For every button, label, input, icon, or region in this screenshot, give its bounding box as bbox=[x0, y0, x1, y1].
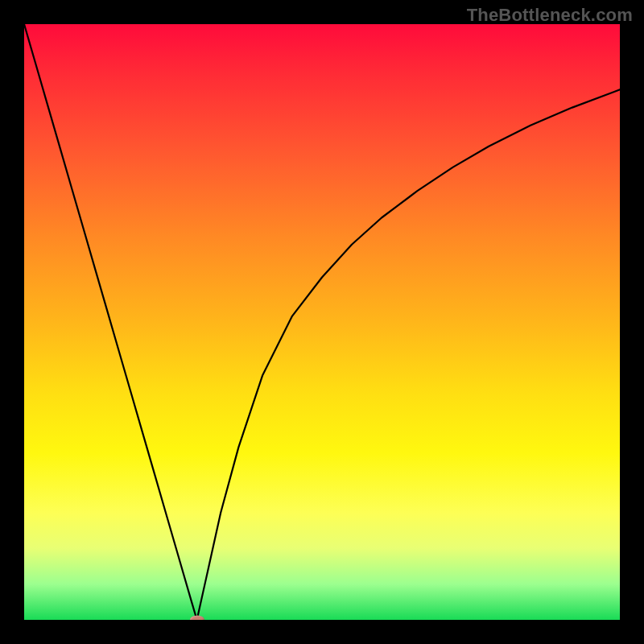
plot-area bbox=[24, 24, 620, 620]
watermark-text: TheBottleneck.com bbox=[467, 5, 633, 26]
chart-frame: TheBottleneck.com bbox=[0, 0, 644, 644]
min-point-marker bbox=[190, 616, 204, 621]
bottleneck-curve bbox=[24, 24, 620, 620]
